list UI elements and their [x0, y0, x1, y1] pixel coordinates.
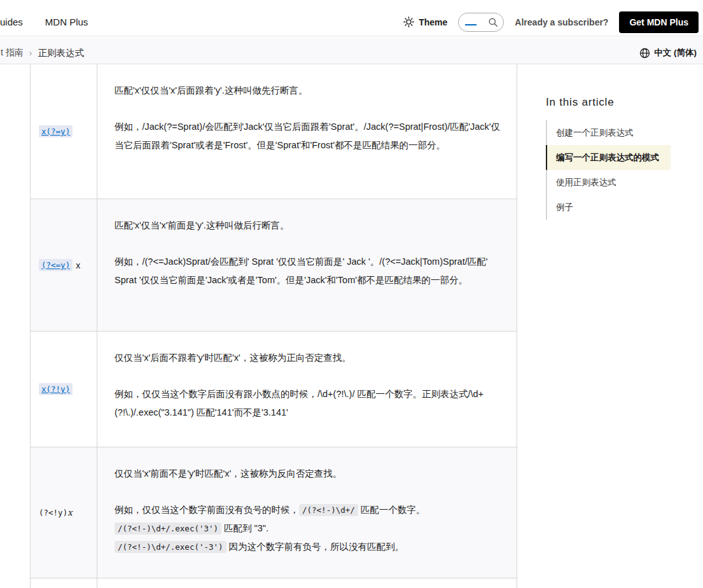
description-paragraph: 例如，/(?<=Jack)Sprat/会匹配到' Sprat '仅仅当它前面是'…	[115, 253, 501, 290]
inline-code: /(?<!-)\d+/.exec('3')	[115, 522, 221, 535]
description-paragraph: 仅仅当'x'前面不是'y'时匹配'x'，这被称为反向否定查找。	[115, 465, 501, 483]
theme-toggle-button[interactable]: Theme	[403, 17, 447, 27]
get-mdn-plus-button[interactable]: Get MDN Plus	[619, 11, 699, 33]
syntax-link[interactable]: (?<=y)	[39, 259, 73, 271]
sun-icon	[403, 17, 414, 27]
toc-item-create-regex[interactable]: 创建一个正则表达式	[547, 120, 671, 145]
nav-item-guides[interactable]: uides	[0, 17, 23, 27]
breadcrumb-parent[interactable]: t 指南	[1, 47, 24, 59]
language-label: 中文 (简体)	[654, 47, 697, 59]
description-cell	[97, 578, 517, 588]
description-text: 匹配一个数字。	[358, 505, 426, 515]
description-cell: 匹配'x'仅仅当'x'后面跟着'y'.这种叫做先行断言。 例如，/Jack(?=…	[97, 64, 517, 199]
description-paragraph: 仅仅当'x'后面不跟着'y'时匹配'x'，这被称为正向否定查找。	[115, 349, 501, 367]
breadcrumb-bar: t 指南 › 正则表达式 中文 (简体)	[0, 37, 703, 64]
theme-label: Theme	[419, 17, 447, 27]
globe-icon	[639, 48, 650, 59]
syntax-code: (?<!y)x	[39, 508, 73, 517]
syntax-link[interactable]: x(?=y)	[39, 125, 73, 137]
description-text: 匹配到 "3".	[221, 523, 268, 533]
breadcrumb: t 指南 › 正则表达式	[1, 47, 84, 59]
toc-item-examples[interactable]: 例子	[547, 195, 671, 220]
table-row: x(?!y) 仅仅当'x'后面不跟着'y'时匹配'x'，这被称为正向否定查找。 …	[31, 332, 517, 447]
syntax-cell: (?<!y)x	[31, 447, 97, 578]
description-paragraph: 匹配'x'仅当'x'前面是'y'.这种叫做后行断言。	[115, 216, 501, 235]
syntax-cell	[31, 578, 97, 588]
description-cell: 匹配'x'仅当'x'前面是'y'.这种叫做后行断言。 例如，/(?<=Jack)…	[97, 199, 517, 331]
description-text: 例如，仅仅当这个数字前面没有负号的时候，	[115, 505, 299, 515]
description-cell: 仅仅当'x'前面不是'y'时匹配'x'，这被称为反向否定查找。 例如，仅仅当这个…	[97, 447, 517, 578]
regex-assertions-table: x(?=y) 匹配'x'仅仅当'x'后面跟着'y'.这种叫做先行断言。 例如，/…	[30, 64, 517, 588]
search-input[interactable]	[458, 13, 504, 32]
in-this-article-sidebar: In this article 创建一个正则表达式 编写一个正则表达式的模式 使…	[546, 92, 671, 220]
description-paragraph: 例如，仅仅当这个数字后面没有跟小数点的时候，/\d+(?!\.)/ 匹配一个数字…	[115, 385, 501, 422]
inline-code: /(?<!-)\d+/.exec('-3')	[115, 541, 226, 553]
description-paragraph: 例如，仅仅当这个数字前面没有负号的时候，/(?<!-)\d+/ 匹配一个数字。 …	[115, 501, 501, 556]
nav-actions: Theme Already a subscriber? Get MDN Plus	[403, 8, 699, 36]
description-text: 因为这个数字前有负号，所以没有匹配到。	[226, 542, 405, 552]
search-caret	[465, 24, 477, 25]
description-paragraph: 匹配'x'仅仅当'x'后面跟着'y'.这种叫做先行断言。	[115, 81, 501, 100]
nav-item-mdn-plus[interactable]: MDN Plus	[45, 17, 88, 27]
toc-list: 创建一个正则表达式 编写一个正则表达式的模式 使用正则表达式 例子	[546, 120, 671, 220]
chevron-right-icon: ›	[29, 48, 32, 58]
breadcrumb-current[interactable]: 正则表达式	[38, 47, 84, 59]
subscriber-link[interactable]: Already a subscriber?	[515, 17, 608, 27]
syntax-suffix: x	[76, 260, 80, 270]
search-icon[interactable]	[488, 17, 498, 27]
description-paragraph: 例如，/Jack(?=Sprat)/会匹配到'Jack'仅当它后面跟着'Spra…	[115, 118, 501, 155]
inline-code: /(?<!-)\d+/	[299, 504, 358, 516]
description-cell: 仅仅当'x'后面不跟着'y'时匹配'x'，这被称为正向否定查找。 例如，仅仅当这…	[97, 332, 517, 447]
syntax-variable: x	[67, 508, 72, 517]
toc-item-use-regex[interactable]: 使用正则表达式	[547, 170, 671, 195]
syntax-link[interactable]: x(?!y)	[39, 383, 73, 395]
toc-title: In this article	[546, 96, 671, 109]
main-menu: uides MDN Plus	[0, 17, 88, 27]
syntax-cell: x(?=y)	[31, 64, 97, 199]
table-row: (?<!y)x 仅仅当'x'前面不是'y'时匹配'x'，这被称为反向否定查找。 …	[31, 447, 517, 578]
table-row: x(?=y) 匹配'x'仅仅当'x'后面跟着'y'.这种叫做先行断言。 例如，/…	[31, 64, 517, 199]
table-row: (?<=y) x 匹配'x'仅当'x'前面是'y'.这种叫做后行断言。 例如，/…	[31, 199, 517, 332]
top-navigation: uides MDN Plus Theme	[0, 0, 703, 36]
syntax-cell: x(?!y)	[31, 332, 97, 447]
table-row	[31, 578, 517, 588]
syntax-cell: (?<=y) x	[31, 199, 97, 331]
language-switcher[interactable]: 中文 (简体)	[639, 47, 697, 59]
toc-item-write-regex-pattern[interactable]: 编写一个正则表达式的模式	[546, 145, 671, 170]
